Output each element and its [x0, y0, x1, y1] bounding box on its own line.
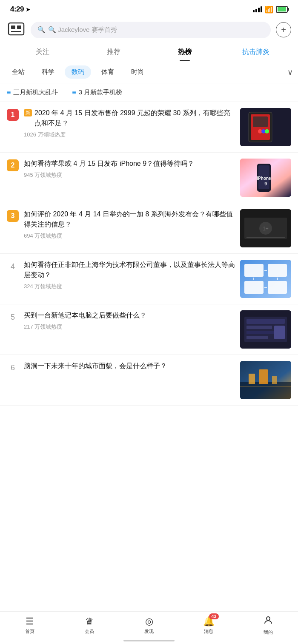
wifi-icon: 📶	[265, 6, 273, 14]
category-fashion[interactable]: 时尚	[124, 65, 151, 79]
tab-covid[interactable]: 抗击肺炎	[220, 43, 291, 61]
svg-rect-39	[249, 374, 255, 384]
tab-hot[interactable]: 热榜	[149, 43, 220, 61]
item-thumb-1	[240, 108, 291, 146]
category-digital[interactable]: 数码	[65, 65, 91, 79]
list-icon-1: ≡	[7, 89, 11, 96]
item-heat-3: 694 万领域热度	[24, 232, 235, 240]
svg-text:9: 9	[264, 182, 267, 186]
rank-badge-1: 1	[7, 109, 19, 121]
svg-text:iPhone: iPhone	[257, 176, 271, 181]
svg-text:1+: 1+	[263, 226, 269, 232]
item-title-2: 如何看待苹果或 4 月 15 日发布 iPhone 9？值得等待吗？	[24, 159, 194, 169]
new-badge-1: 新	[24, 109, 32, 116]
svg-rect-32	[246, 319, 285, 324]
svg-rect-7	[253, 116, 268, 127]
bottom-nav-discover[interactable]: ◎ 发现	[119, 616, 179, 635]
bottom-nav: ☰ 首页 ♛ 会员 ◎ 发现 🔔 43 消息 我的	[0, 611, 298, 644]
search-icon: 🔍	[37, 26, 46, 34]
vip-label: 会员	[85, 628, 94, 635]
svg-rect-1	[11, 26, 15, 29]
svg-rect-40	[259, 369, 268, 384]
item-heat-4: 324 万领域热度	[24, 283, 235, 290]
home-indicator	[123, 640, 175, 641]
svg-rect-0	[9, 23, 24, 35]
rank-badge-5: 5	[7, 311, 19, 323]
vip-icon: ♛	[85, 616, 94, 627]
item-title-4: 如何看待任正非卸任上海华为技术有限公司董事，以及董事长法人等高层变动？	[24, 260, 235, 280]
item-heat-5: 217 万领域热度	[24, 323, 235, 331]
item-content-5: 买到一台新笔记本电脑之后要做些什么？ 217 万领域热度	[24, 310, 235, 331]
category-sports[interactable]: 体育	[95, 65, 121, 79]
battery-icon	[276, 6, 288, 13]
hot-header-march-phones[interactable]: ≡ 三月新机大乱斗	[7, 88, 58, 96]
category-all[interactable]: 全站	[5, 65, 32, 79]
tab-recommend[interactable]: 推荐	[78, 43, 149, 61]
list-item[interactable]: 1 新 2020 年 4 月 15 日发布售价 2999 元起的荣耀 30 系列…	[0, 102, 298, 153]
hot-header-march-new-phones[interactable]: ≡ 3 月新款手机榜	[72, 88, 122, 96]
svg-rect-22	[244, 264, 264, 277]
header: 🔍 🔍 Jackeylove 赛季首秀 +	[0, 17, 298, 43]
list-item[interactable]: 6 脑洞一下未来十年的城市面貌，会是什么样子？	[0, 355, 298, 406]
item-thumb-4	[240, 260, 291, 298]
expand-categories-icon[interactable]: ∨	[287, 68, 293, 77]
add-button[interactable]: +	[276, 22, 291, 37]
item-title-5: 买到一台新笔记本电脑之后要做些什么？	[24, 310, 146, 321]
hot-header-divider	[65, 89, 65, 96]
app-logo[interactable]	[7, 20, 26, 39]
item-content-4: 如何看待任正非卸任上海华为技术有限公司董事，以及董事长法人等高层变动？ 324 …	[24, 260, 235, 290]
item-thumb-5	[240, 310, 291, 349]
svg-rect-24	[244, 281, 264, 294]
category-science[interactable]: 科学	[35, 65, 61, 79]
item-thumb-3: 1+	[240, 209, 291, 247]
messages-icon: 🔔 43	[203, 616, 215, 627]
discover-icon: ◎	[145, 616, 153, 627]
svg-rect-25	[268, 281, 287, 294]
bottom-nav-home[interactable]: ☰ 首页	[0, 616, 60, 635]
hot-topics-header: ≡ 三月新机大乱斗 ≡ 3 月新款手机榜	[0, 83, 298, 102]
mine-icon	[263, 615, 273, 628]
item-thumb-2: iPhone 9	[240, 159, 291, 197]
svg-rect-2	[17, 26, 21, 29]
svg-rect-35	[246, 336, 268, 339]
svg-point-43	[266, 617, 270, 620]
item-content-2: 如何看待苹果或 4 月 15 日发布 iPhone 9？值得等待吗？ 945 万…	[24, 159, 235, 179]
tab-follow[interactable]: 关注	[7, 43, 78, 61]
content-area: ≡ 三月新机大乱斗 ≡ 3 月新款手机榜 1 新 2020 年 4 月 15 日…	[0, 83, 298, 440]
list-item[interactable]: 4 如何看待任正非卸任上海华为技术有限公司董事，以及董事长法人等高层变动？ 32…	[0, 254, 298, 304]
item-thumb-6	[240, 361, 291, 399]
search-placeholder: 🔍 Jackeylove 赛季首秀	[48, 26, 117, 34]
location-icon: ➤	[26, 6, 31, 13]
rank-badge-6: 6	[7, 362, 19, 374]
svg-rect-23	[268, 264, 287, 277]
messages-label: 消息	[204, 628, 213, 635]
bottom-nav-messages[interactable]: 🔔 43 消息	[179, 616, 238, 635]
bottom-nav-vip[interactable]: ♛ 会员	[60, 616, 119, 635]
bottom-nav-mine[interactable]: 我的	[238, 615, 298, 635]
svg-rect-34	[246, 331, 276, 334]
list-item[interactable]: 5 买到一台新笔记本电脑之后要做些什么？ 217 万领域热度	[0, 304, 298, 355]
signal-icon	[253, 6, 262, 12]
item-content-3: 如何评价 2020 年 4 月 14 日举办的一加 8 系列海外发布会？有哪些值…	[24, 209, 235, 240]
search-bar[interactable]: 🔍 🔍 Jackeylove 赛季首秀	[31, 22, 271, 38]
list-item[interactable]: 2 如何看待苹果或 4 月 15 日发布 iPhone 9？值得等待吗？ 945…	[0, 153, 298, 203]
discover-label: 发现	[144, 628, 154, 635]
item-content-6: 脑洞一下未来十年的城市面貌，会是什么样子？	[24, 361, 235, 371]
nav-tabs: 关注 推荐 热榜 抗击肺炎	[0, 43, 298, 61]
rank-badge-3: 3	[7, 210, 19, 222]
svg-rect-42	[240, 386, 291, 387]
status-time: 4:29	[10, 5, 24, 14]
item-title-6: 脑洞一下未来十年的城市面貌，会是什么样子？	[24, 361, 167, 371]
home-label: 首页	[25, 628, 34, 635]
svg-rect-33	[246, 326, 272, 329]
list-icon-2: ≡	[72, 89, 76, 96]
message-badge: 43	[209, 613, 218, 619]
item-content-1: 新 2020 年 4 月 15 日发布售价 2999 元起的荣耀 30 系列，有…	[24, 108, 235, 139]
svg-rect-20	[246, 237, 285, 238]
status-icons: 📶	[253, 6, 288, 14]
item-heat-1: 1026 万领域热度	[24, 131, 235, 139]
status-bar: 4:29 ➤ 📶	[0, 0, 298, 17]
list-item[interactable]: 3 如何评价 2020 年 4 月 14 日举办的一加 8 系列海外发布会？有哪…	[0, 203, 298, 254]
item-title-3: 如何评价 2020 年 4 月 14 日举办的一加 8 系列海外发布会？有哪些值…	[24, 209, 235, 230]
svg-rect-41	[272, 376, 277, 384]
